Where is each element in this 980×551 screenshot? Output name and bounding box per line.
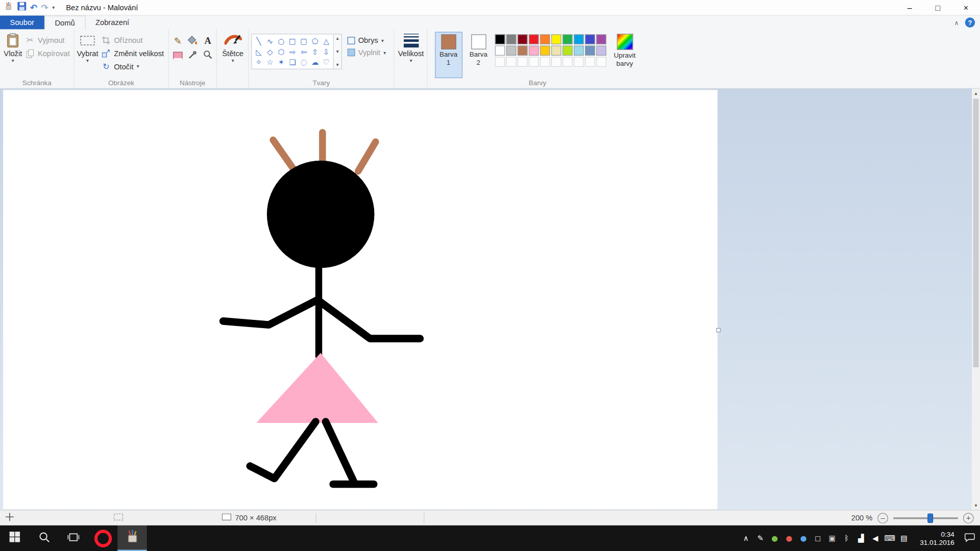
paste-button[interactable]: Vložit ▾ xyxy=(4,31,22,78)
shape-arrow-right[interactable]: ⇦ xyxy=(298,46,309,57)
palette-swatch[interactable] xyxy=(585,45,595,56)
palette-swatch[interactable] xyxy=(596,34,606,44)
shapes-scroll-up-button[interactable]: ▴ xyxy=(336,36,339,41)
shape-triangle[interactable]: △ xyxy=(321,36,332,46)
maximize-button[interactable]: □ xyxy=(924,0,952,15)
pencil-tool[interactable]: ✎ xyxy=(170,34,185,48)
action-center-button[interactable] xyxy=(959,532,980,544)
shape-star-5[interactable]: ✶ xyxy=(276,57,287,67)
tray-icon-pen[interactable]: ✎ xyxy=(753,534,768,542)
taskbar-paint-button[interactable] xyxy=(117,525,147,551)
minimize-button[interactable]: – xyxy=(896,0,924,15)
shape-callout-rounded[interactable]: ◌ xyxy=(298,57,309,67)
shape-right-triangle[interactable]: ◺ xyxy=(253,46,264,57)
start-button[interactable] xyxy=(0,525,30,551)
palette-swatch[interactable] xyxy=(562,45,572,56)
size-button[interactable]: Velikost ▾ xyxy=(397,31,425,78)
palette-swatch[interactable] xyxy=(540,45,550,56)
resize-button[interactable]: Změnit velikost xyxy=(99,47,167,60)
shape-arrow-up[interactable]: ⇩ xyxy=(321,46,332,57)
shape-line[interactable]: ╲ xyxy=(253,36,264,46)
color2-button[interactable]: Barva 2 xyxy=(464,32,492,78)
tray-icon-hidden-icons[interactable]: ∧ xyxy=(739,534,753,542)
tray-icon-app-red[interactable]: ● xyxy=(782,534,796,542)
shape-diamond[interactable]: ◇ xyxy=(264,46,276,57)
edit-colors-button[interactable]: Upravit barvy xyxy=(608,32,641,78)
zoom-slider-thumb[interactable] xyxy=(927,513,933,522)
tab-home[interactable]: Domů xyxy=(44,16,86,30)
palette-swatch[interactable] xyxy=(528,34,538,44)
shape-fill-button[interactable]: Vyplnit ▾ xyxy=(348,48,386,57)
palette-swatch[interactable] xyxy=(573,34,583,44)
tray-icon-messaging[interactable]: ◻ xyxy=(811,534,825,542)
fill-tool[interactable] xyxy=(186,34,200,48)
customize-qat-button[interactable]: ▾ xyxy=(52,5,55,10)
brushes-button[interactable]: Štětce ▾ xyxy=(219,31,247,78)
shape-polygon[interactable]: ⬠ xyxy=(309,36,321,46)
taskbar-opera-button[interactable] xyxy=(88,525,118,551)
paint-canvas[interactable] xyxy=(3,90,718,509)
volume-icon[interactable]: ◀ xyxy=(868,534,883,542)
shape-star-6[interactable]: ❏ xyxy=(287,57,298,67)
shape-oval[interactable]: ○ xyxy=(276,36,287,46)
keyboard-icon[interactable]: ⌨ xyxy=(883,534,897,542)
palette-swatch[interactable] xyxy=(517,34,527,44)
outline-button[interactable]: Obrys ▾ xyxy=(348,36,386,45)
palette-swatch[interactable] xyxy=(551,34,561,44)
shape-rectangle[interactable]: □ xyxy=(287,36,298,46)
shape-curve[interactable]: ∿ xyxy=(264,36,276,46)
shapes-more-button[interactable]: ▾ xyxy=(336,62,339,67)
text-tool[interactable]: A xyxy=(201,34,215,48)
shape-arrow-down[interactable]: ✧ xyxy=(253,57,264,67)
rotate-button[interactable]: ↻ Otočit ▾ xyxy=(99,60,167,73)
close-button[interactable]: × xyxy=(952,0,980,15)
palette-swatch[interactable] xyxy=(551,45,561,56)
vertical-scrollbar[interactable]: ▴ ▾ xyxy=(972,89,980,510)
taskbar-clock[interactable]: 0:34 31.01.2016 xyxy=(914,530,954,546)
shape-callout-cloud[interactable]: ♡ xyxy=(321,57,332,67)
color1-button[interactable]: Barva 1 xyxy=(435,32,462,78)
redo-button[interactable]: ↷ xyxy=(41,3,48,13)
palette-swatch[interactable] xyxy=(540,34,550,44)
scrollbar-thumb[interactable] xyxy=(973,98,979,367)
select-button[interactable]: Vybrat ▾ xyxy=(77,31,99,78)
shape-star-4[interactable]: ☆ xyxy=(264,57,276,67)
collapse-ribbon-button[interactable]: ∧ xyxy=(954,19,959,26)
scroll-down-icon[interactable]: ▾ xyxy=(975,501,977,510)
crop-button[interactable]: Oříznout xyxy=(99,34,167,47)
magnifier-tool[interactable] xyxy=(201,49,215,63)
help-button[interactable]: ? xyxy=(965,17,975,28)
save-button[interactable] xyxy=(17,2,26,13)
shapes-scroll-down-button[interactable]: ▾ xyxy=(336,49,339,55)
canvas-resize-handle[interactable] xyxy=(716,328,721,333)
palette-swatch[interactable] xyxy=(562,34,572,44)
tab-file[interactable]: Soubor xyxy=(0,16,44,30)
eraser-tool[interactable] xyxy=(170,49,185,63)
shape-hexagon[interactable]: ⇨ xyxy=(287,46,298,57)
bluetooth-icon[interactable]: ᛒ xyxy=(839,534,853,542)
eyedropper-tool[interactable] xyxy=(186,49,200,63)
network-icon[interactable]: ▟ xyxy=(854,534,868,542)
palette-swatch[interactable] xyxy=(517,45,527,56)
shape-rounded-rectangle[interactable]: ▢ xyxy=(298,36,309,46)
shape-pentagon[interactable]: ⬡ xyxy=(276,46,287,57)
palette-swatch[interactable] xyxy=(495,45,505,56)
copy-button[interactable]: Kopírovat xyxy=(22,47,73,60)
tray-icon-app-blue[interactable]: ● xyxy=(796,534,811,542)
shape-arrow-left[interactable]: ⇧ xyxy=(309,46,321,57)
palette-swatch[interactable] xyxy=(528,45,538,56)
undo-button[interactable]: ↶ xyxy=(30,3,37,13)
zoom-out-button[interactable]: – xyxy=(877,513,888,523)
palette-swatch[interactable] xyxy=(596,45,606,56)
shape-callout-oval[interactable]: ☁ xyxy=(309,57,321,67)
zoom-slider[interactable] xyxy=(893,517,958,519)
task-view-button[interactable] xyxy=(59,525,88,551)
cut-button[interactable]: ✂ Vyjmout xyxy=(22,34,73,47)
palette-swatch[interactable] xyxy=(585,34,595,44)
palette-swatch[interactable] xyxy=(506,45,516,56)
touch-keyboard-icon[interactable]: ▤ xyxy=(897,534,911,542)
palette-swatch[interactable] xyxy=(573,45,583,56)
scroll-up-icon[interactable]: ▴ xyxy=(975,89,977,97)
tray-icon-display[interactable]: ▣ xyxy=(825,534,839,542)
zoom-in-button[interactable]: + xyxy=(963,513,974,523)
